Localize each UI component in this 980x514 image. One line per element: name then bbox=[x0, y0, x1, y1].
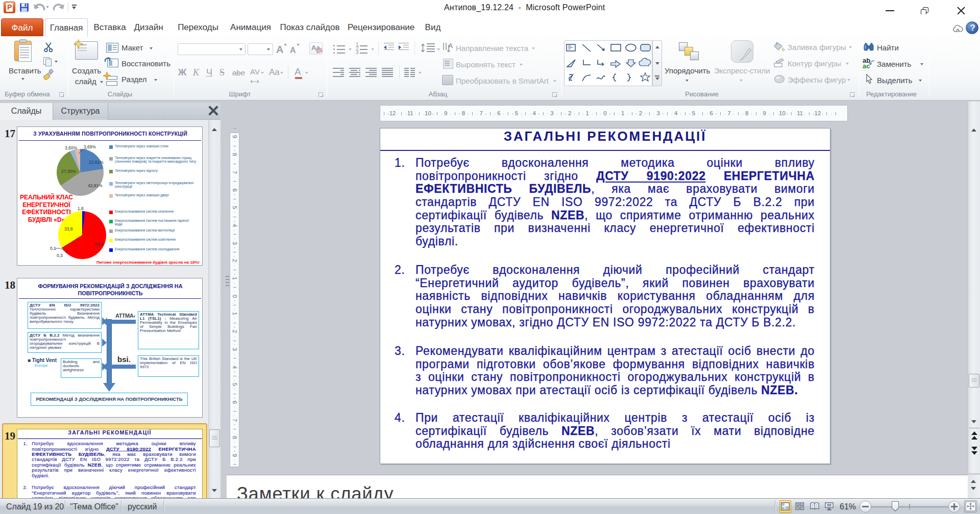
svg-text:А: А bbox=[448, 42, 453, 49]
